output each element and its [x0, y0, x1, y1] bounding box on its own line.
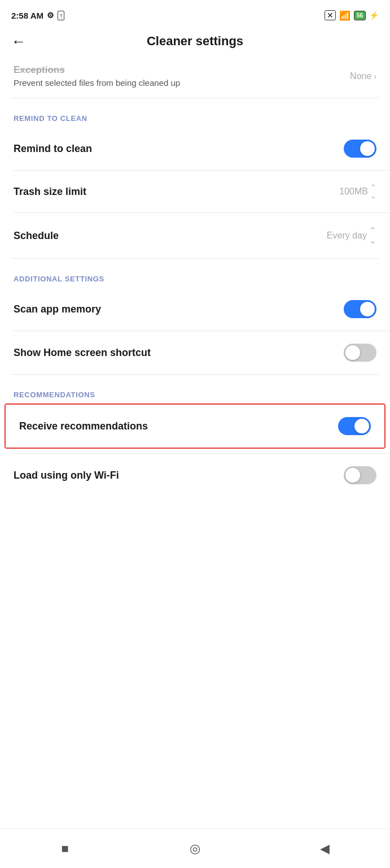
toggle-knob	[360, 141, 375, 156]
exceptions-value: None ›	[350, 71, 376, 81]
circle-icon: ◎	[190, 841, 200, 856]
receive-recommendations-label: Receive recommendations	[19, 420, 148, 432]
remind-to-clean-row[interactable]: Remind to clean	[0, 127, 390, 170]
status-left: 2:58 AM ⚙ ↑	[11, 11, 64, 20]
wifi-only-toggle[interactable]	[344, 466, 376, 484]
section-header-recommendations: RECOMMENDATIONS	[0, 375, 390, 403]
wifi-toggle-knob	[345, 468, 360, 483]
receive-recommendations-highlight: Receive recommendations	[5, 403, 385, 449]
wifi-icon: 📶	[339, 10, 350, 21]
exceptions-title: Exceptions	[14, 64, 180, 76]
scan-app-memory-row[interactable]: Scan app memory	[0, 288, 390, 331]
shortcut-toggle-knob	[345, 345, 360, 360]
status-bar: 2:58 AM ⚙ ↑ ✕ 📶 56 ⚡	[0, 0, 390, 28]
top-bar: ← Cleaner settings	[0, 28, 390, 57]
recommendations-toggle-knob	[354, 419, 369, 433]
schedule-chevron-icon: ⌃⌄	[369, 225, 376, 246]
nav-back-button[interactable]: ◀	[315, 839, 335, 859]
nav-home-button[interactable]: ◎	[185, 839, 205, 859]
remind-to-clean-toggle[interactable]	[344, 140, 376, 158]
trash-size-value: 100MB ⌃⌄	[339, 183, 376, 200]
wifi-only-row[interactable]: Load using only Wi-Fi	[0, 454, 390, 497]
scan-app-memory-toggle[interactable]	[344, 300, 376, 318]
exceptions-subtitle: Prevent selected files from being cleane…	[14, 78, 180, 88]
home-screen-shortcut-toggle[interactable]	[344, 344, 376, 362]
bottom-nav: ■ ◎ ◀	[0, 828, 390, 868]
home-screen-shortcut-row[interactable]: Show Home screen shortcut	[0, 331, 390, 374]
section-header-additional: ADDITIONAL SETTINGS	[0, 259, 390, 288]
upload-icon: ↑	[58, 11, 65, 20]
status-time: 2:58 AM	[11, 11, 43, 20]
chevron-right-icon: ›	[374, 72, 376, 81]
section-header-remind: REMIND TO CLEAN	[0, 98, 390, 127]
square-icon: ■	[62, 841, 69, 856]
gear-icon: ⚙	[47, 11, 54, 20]
receive-recommendations-row[interactable]: Receive recommendations	[6, 405, 384, 448]
status-right: ✕ 📶 56 ⚡	[325, 10, 379, 21]
back-button[interactable]: ←	[11, 34, 26, 49]
schedule-value: Every day ⌃⌄	[327, 225, 376, 246]
trash-size-label: Trash size limit	[14, 186, 86, 198]
schedule-row[interactable]: Schedule Every day ⌃⌄	[0, 213, 390, 258]
content-area: Exceptions Prevent selected files from b…	[0, 57, 390, 542]
exceptions-row[interactable]: Exceptions Prevent selected files from b…	[14, 64, 376, 88]
home-screen-shortcut-label: Show Home screen shortcut	[14, 347, 151, 359]
nav-square-button[interactable]: ■	[55, 839, 75, 859]
receive-recommendations-toggle[interactable]	[338, 417, 371, 435]
exceptions-content: Exceptions Prevent selected files from b…	[14, 64, 180, 88]
trash-size-limit-row[interactable]: Trash size limit 100MB ⌃⌄	[0, 171, 390, 212]
page-title: Cleaner settings	[32, 34, 358, 49]
x-circle-icon: ✕	[325, 10, 336, 20]
triangle-icon: ◀	[320, 841, 330, 856]
battery-icon: 56	[354, 11, 366, 20]
lightning-icon: ⚡	[369, 11, 379, 20]
wifi-only-label: Load using only Wi-Fi	[14, 470, 119, 481]
scan-toggle-knob	[360, 302, 375, 316]
remind-to-clean-label: Remind to clean	[14, 143, 92, 155]
exceptions-section: Exceptions Prevent selected files from b…	[0, 57, 390, 98]
chevron-updown-icon: ⌃⌄	[370, 183, 376, 200]
scan-app-memory-label: Scan app memory	[14, 303, 101, 315]
schedule-label: Schedule	[14, 230, 59, 242]
